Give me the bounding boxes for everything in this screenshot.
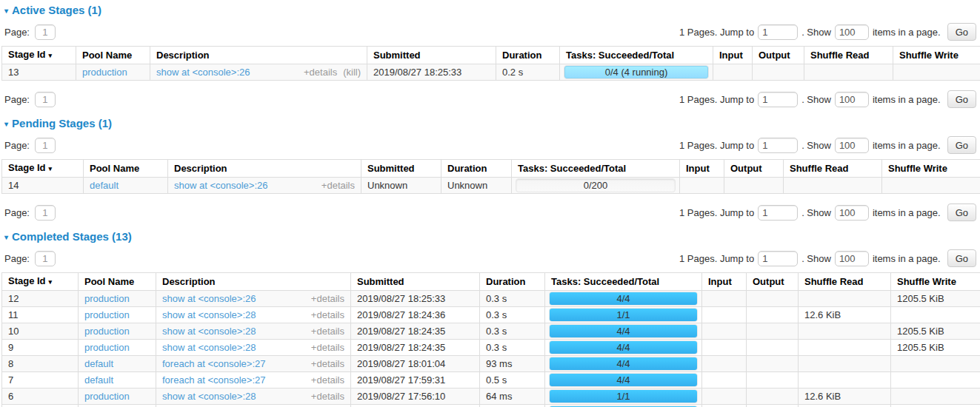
pool-name-link[interactable]: production: [84, 309, 130, 320]
current-page-input[interactable]: [35, 205, 56, 221]
description-link[interactable]: show at <console>:28: [162, 342, 256, 353]
column-header-6[interactable]: Input: [702, 273, 747, 291]
go-button[interactable]: Go: [947, 136, 976, 154]
column-header-8[interactable]: Shuffle Read: [799, 273, 891, 291]
column-header-2[interactable]: Description: [150, 47, 367, 64]
current-page-input[interactable]: [35, 92, 56, 107]
shuffle-read-cell: [799, 340, 891, 356]
jump-to-page-input[interactable]: [758, 24, 798, 40]
details-toggle[interactable]: +details: [311, 358, 344, 369]
column-header-0[interactable]: Stage Id▾: [2, 273, 79, 291]
items-per-page-input[interactable]: [835, 251, 869, 266]
column-header-9[interactable]: Shuffle Write: [891, 273, 980, 291]
description-link[interactable]: show at <console>:26: [156, 67, 250, 78]
description-link[interactable]: show at <console>:28: [162, 326, 256, 337]
current-page-input[interactable]: [35, 138, 56, 153]
items-per-page-input[interactable]: [835, 138, 869, 153]
go-button[interactable]: Go: [947, 249, 976, 267]
jump-to-page-input[interactable]: [758, 92, 798, 107]
current-page-input[interactable]: [35, 24, 56, 40]
items-per-page-input[interactable]: [835, 92, 869, 107]
tasks-progress-cell: 4/4: [545, 405, 702, 407]
column-header-4[interactable]: Duration: [496, 47, 560, 64]
column-header-5[interactable]: Tasks: Succeeded/Total: [560, 47, 713, 64]
column-header-6[interactable]: Input: [680, 160, 724, 178]
details-toggle[interactable]: +details: [311, 391, 344, 402]
shuffle-write-cell: [882, 178, 980, 194]
active-stages-pagination-top: Page:1 Pages. Jump to. Showitems in a pa…: [4, 23, 976, 41]
go-button[interactable]: Go: [947, 90, 976, 108]
description-link[interactable]: show at <console>:26: [174, 180, 267, 191]
details-toggle[interactable]: +details: [311, 309, 344, 320]
duration-cell: 0.3 s: [480, 307, 545, 323]
sort-arrow-icon: ▾: [49, 165, 53, 172]
kill-link[interactable]: (kill): [343, 67, 361, 78]
column-header-7[interactable]: Output: [724, 160, 784, 178]
shuffle-write-cell: 1205.5 KiB: [891, 323, 980, 340]
items-per-page-input[interactable]: [835, 24, 869, 40]
submitted-cell: 2019/08/27 18:25:33: [367, 64, 496, 81]
section-title-text: Active Stages (1): [12, 4, 101, 16]
description-link[interactable]: foreach at <console>:27: [162, 374, 266, 386]
column-header-5[interactable]: Tasks: Succeeded/Total: [545, 273, 702, 291]
description-link[interactable]: show at <console>:28: [162, 309, 256, 320]
column-header-9[interactable]: Shuffle Write: [882, 160, 980, 178]
shuffle-read-cell: [799, 323, 891, 340]
column-header-0[interactable]: Stage Id▾: [2, 160, 84, 178]
items-per-page-label: items in a page.: [873, 27, 941, 38]
pool-name-link[interactable]: production: [84, 326, 130, 337]
jump-to-page-input[interactable]: [758, 205, 798, 221]
tasks-progress-cell: 4/4: [545, 356, 702, 372]
column-header-6[interactable]: Input: [713, 47, 753, 64]
details-toggle[interactable]: +details: [304, 67, 337, 78]
pool-name-link[interactable]: production: [84, 293, 130, 304]
column-header-3[interactable]: Submitted: [351, 273, 480, 291]
description-link[interactable]: show at <console>:26: [162, 293, 256, 304]
details-toggle[interactable]: +details: [311, 342, 344, 353]
description-link[interactable]: foreach at <console>:27: [162, 358, 266, 369]
column-header-4[interactable]: Duration: [441, 160, 512, 178]
show-label: . Show: [801, 207, 831, 218]
column-header-0[interactable]: Stage Id▾: [2, 47, 76, 64]
current-page-input[interactable]: [35, 251, 56, 266]
column-header-2[interactable]: Description: [168, 160, 361, 178]
pool-name-cell: production: [79, 405, 156, 407]
pool-name-link[interactable]: production: [82, 67, 127, 78]
pool-name-link[interactable]: default: [90, 180, 119, 191]
details-toggle[interactable]: +details: [311, 326, 344, 337]
description-link[interactable]: show at <console>:28: [162, 391, 256, 402]
pool-name-link[interactable]: production: [84, 342, 130, 353]
details-toggle[interactable]: +details: [311, 293, 344, 304]
jump-to-page-input[interactable]: [758, 138, 798, 153]
column-header-3[interactable]: Submitted: [361, 160, 441, 178]
column-header-9[interactable]: Shuffle Write: [893, 47, 980, 64]
column-header-4[interactable]: Duration: [480, 273, 545, 291]
task-progress-bar: 0/4 (4 running): [564, 65, 709, 79]
items-per-page-label: items in a page.: [873, 207, 941, 218]
pending-stages-pagination-top: Page:1 Pages. Jump to. Showitems in a pa…: [4, 136, 976, 154]
column-header-2[interactable]: Description: [156, 273, 351, 291]
stage-id-cell: 10: [2, 323, 79, 340]
pool-name-link[interactable]: production: [84, 391, 130, 402]
section-header-completed-stages[interactable]: ▾Completed Stages (13): [4, 231, 979, 243]
jump-to-page-input[interactable]: [758, 251, 798, 266]
section-header-active-stages[interactable]: ▾Active Stages (1): [4, 4, 979, 17]
pool-name-link[interactable]: default: [84, 358, 113, 369]
column-header-1[interactable]: Pool Name: [79, 273, 156, 291]
go-button[interactable]: Go: [947, 23, 976, 41]
pool-name-link[interactable]: default: [84, 374, 113, 386]
task-progress-bar: 0/200: [516, 178, 676, 192]
column-header-7[interactable]: Output: [747, 273, 799, 291]
column-header-8[interactable]: Shuffle Read: [784, 160, 882, 178]
column-header-7[interactable]: Output: [753, 47, 804, 64]
column-header-3[interactable]: Submitted: [367, 47, 496, 64]
details-toggle[interactable]: +details: [311, 374, 344, 386]
details-toggle[interactable]: +details: [321, 180, 355, 191]
column-header-5[interactable]: Tasks: Succeeded/Total: [512, 160, 680, 178]
go-button[interactable]: Go: [947, 204, 976, 221]
column-header-8[interactable]: Shuffle Read: [804, 47, 893, 64]
column-header-1[interactable]: Pool Name: [84, 160, 168, 178]
section-header-pending-stages[interactable]: ▾Pending Stages (1): [4, 118, 979, 130]
column-header-1[interactable]: Pool Name: [76, 47, 150, 64]
items-per-page-input[interactable]: [835, 205, 869, 221]
